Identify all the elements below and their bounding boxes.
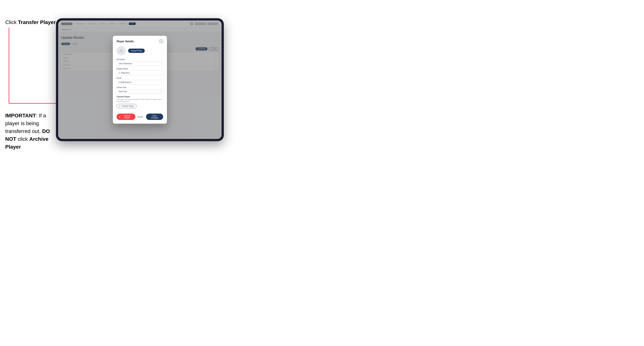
modal-overlay: Player Details × Upload Photo xyxy=(58,20,222,139)
main-content: Update Roster Rostered Invited + Add Ath… xyxy=(58,32,222,139)
person-icon xyxy=(119,49,124,53)
transfer-icon: ⟳ xyxy=(119,105,120,107)
footer-right-buttons: Cancel Save Changes xyxy=(136,114,163,120)
upload-photo-button[interactable]: Upload Photo xyxy=(128,49,145,53)
full-name-group: Full Name xyxy=(116,58,163,66)
email-label: Email xyxy=(116,77,163,79)
transfer-player-bold: Transfer Player xyxy=(18,19,56,25)
modal-title: Player Details xyxy=(116,40,134,43)
modal-footer: ⊘ Archive Player Cancel Save Changes xyxy=(116,111,163,120)
instruction-area: Click Transfer Player xyxy=(5,19,58,30)
email-input[interactable] xyxy=(116,80,163,85)
important-instruction: IMPORTANT: If a player is being transfer… xyxy=(5,112,59,151)
archive-icon: ⊘ xyxy=(119,116,120,118)
archive-player-button[interactable]: ⊘ Archive Player xyxy=(116,114,136,120)
display-name-group: Display Name xyxy=(116,68,163,75)
transfer-player-section: Transfer Player If this player has moved… xyxy=(116,96,163,108)
save-changes-button[interactable]: Save Changes xyxy=(146,114,163,120)
transfer-player-button[interactable]: ⟳ Transfer Player xyxy=(116,104,136,108)
transfer-description: If this player has moved to another scho… xyxy=(116,98,163,102)
click-instruction: Click Transfer Player xyxy=(5,19,58,26)
display-name-input[interactable] xyxy=(116,71,163,75)
display-name-label: Display Name xyxy=(116,68,163,70)
tablet-device: Dashboard Tournaments Teams Schedule Add… xyxy=(56,18,224,141)
player-avatar xyxy=(116,46,126,55)
email-group: Email xyxy=(116,77,163,85)
school-year-group: School Year First Year Second Year Third… xyxy=(116,86,163,94)
full-name-label: Full Name xyxy=(116,58,163,60)
archive-button-label: Archive Player xyxy=(121,115,133,119)
svg-point-3 xyxy=(120,49,122,51)
school-year-label: School Year xyxy=(116,86,163,88)
full-name-input[interactable] xyxy=(116,61,163,66)
school-year-select-wrapper: First Year Second Year Third Year Fourth… xyxy=(116,89,163,94)
avatar-section: Upload Photo xyxy=(116,46,163,55)
modal-header: Player Details × xyxy=(116,39,163,43)
modal-close-button[interactable]: × xyxy=(160,39,163,43)
school-year-select[interactable]: First Year Second Year Third Year Fourth… xyxy=(116,89,163,94)
important-bold: IMPORTANT xyxy=(5,113,36,118)
cancel-button[interactable]: Cancel xyxy=(136,115,145,119)
transfer-section-label: Transfer Player xyxy=(116,96,163,98)
tablet-screen: Dashboard Tournaments Teams Schedule Add… xyxy=(58,20,222,139)
transfer-button-label: Transfer Player xyxy=(122,105,134,107)
player-details-modal: Player Details × Upload Photo xyxy=(113,36,167,124)
